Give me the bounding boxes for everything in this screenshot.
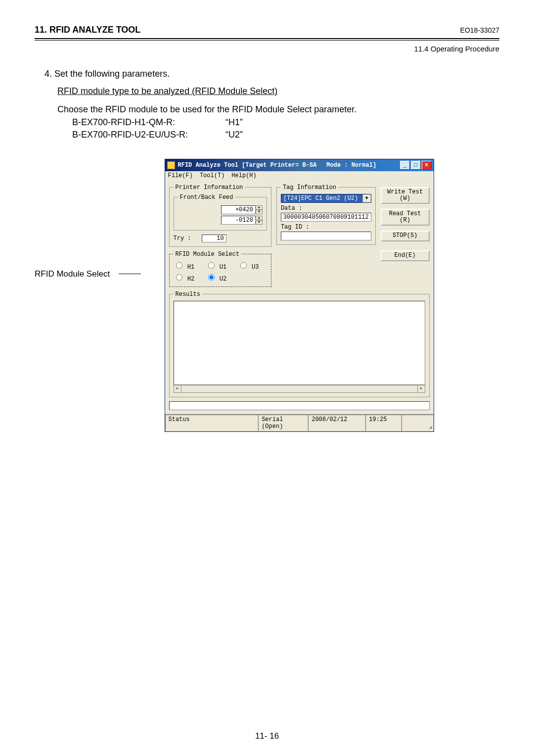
statusbar: Status Serial (Open) 2008/02/12 19:25 ◢ xyxy=(165,414,434,431)
status-text: Status xyxy=(165,415,259,431)
app-window: RFID Analyze Tool [Target Printer= B-SA … xyxy=(165,159,434,432)
results-legend: Results xyxy=(174,291,202,298)
front-feed-down[interactable]: ▼ xyxy=(256,210,263,214)
status-conn: Serial (Open) xyxy=(258,415,308,431)
tag-type-dropdown[interactable]: [T24]EPC C1 Gen2 (U2) xyxy=(281,194,371,203)
radio-u1[interactable]: U1 xyxy=(206,261,235,271)
close-button[interactable]: × xyxy=(422,161,432,170)
rfid-module-select-group: RFID Module Select H1 U1 U3 H2 U2 xyxy=(169,251,271,287)
printer-info-group: Printer Information Front/Back Feed +042… xyxy=(169,184,271,247)
status-time: 19:25 xyxy=(365,415,401,431)
callout-line xyxy=(119,274,141,274)
data-label: Data : xyxy=(281,205,371,212)
titlebar: RFID Analyze Tool [Target Printer= B-SA … xyxy=(165,159,434,171)
menubar: File(F) Tool(T) Help(H) xyxy=(165,171,434,180)
front-back-feed-group: Front/Back Feed +0420 ▲ ▼ -0120 xyxy=(174,194,267,231)
back-feed-input[interactable]: -0120 xyxy=(221,216,256,225)
try-input[interactable]: 10 xyxy=(202,235,226,242)
results-group: Results < > xyxy=(169,291,430,397)
data-input[interactable]: 300003040506070809101112 xyxy=(281,213,371,222)
window-title: RFID Analyze Tool [Target Printer= B-SA xyxy=(178,162,317,169)
radio-u2[interactable]: U2 xyxy=(206,273,235,283)
page-number: 11- 16 xyxy=(0,731,534,741)
results-textarea[interactable] xyxy=(174,301,425,385)
try-label: Try : xyxy=(174,235,198,242)
maximize-button[interactable]: □ xyxy=(411,161,421,170)
back-feed-down[interactable]: ▼ xyxy=(256,220,263,225)
module-val-0: “H1” xyxy=(225,116,243,129)
status-date: 2008/02/12 xyxy=(308,415,365,431)
step-text: 4. Set the following parameters. xyxy=(44,68,499,80)
end-button[interactable]: End(E) xyxy=(381,250,430,261)
resize-grip-icon[interactable]: ◢ xyxy=(429,424,432,430)
front-back-feed-legend: Front/Back Feed xyxy=(178,194,235,201)
doc-code: EO18-33027 xyxy=(460,26,499,34)
tagid-label: Tag ID : xyxy=(281,224,371,231)
menu-file[interactable]: File(F) xyxy=(168,172,193,179)
window-mode: Mode : Normal] xyxy=(326,162,376,169)
section-underline: RFID module type to be analyzed (RFID Mo… xyxy=(57,85,499,97)
menu-tool[interactable]: Tool(T) xyxy=(200,172,224,179)
doc-title: 11. RFID ANALYZE TOOL xyxy=(35,25,140,35)
message-box xyxy=(169,401,430,410)
stop-button[interactable]: STOP(S) xyxy=(381,231,430,241)
callout-label: RFID Module Select xyxy=(35,269,110,279)
front-feed-up[interactable]: ▲ xyxy=(256,205,263,210)
module-val-1: “U2” xyxy=(225,129,243,141)
back-feed-up[interactable]: ▲ xyxy=(256,216,263,220)
radio-h1[interactable]: H1 xyxy=(174,261,203,271)
minimize-button[interactable]: _ xyxy=(400,161,410,170)
tag-info-group: Tag Information [T24]EPC C1 Gen2 (U2) Da… xyxy=(276,184,376,245)
module-name-0: B-EX700-RFID-H1-QM-R: xyxy=(72,116,225,129)
menu-help[interactable]: Help(H) xyxy=(231,172,256,179)
read-test-button[interactable]: Read Test (R) xyxy=(381,209,430,226)
scroll-left-icon[interactable]: < xyxy=(174,385,181,393)
subheader: 11.4 Operating Procedure xyxy=(35,45,499,53)
write-test-button[interactable]: Write Test (W) xyxy=(381,187,430,204)
tagid-input[interactable] xyxy=(281,232,371,240)
radio-u3[interactable]: U3 xyxy=(238,261,267,271)
choose-text: Choose the RFID module to be used for th… xyxy=(57,103,499,116)
rfid-module-select-legend: RFID Module Select xyxy=(174,251,242,258)
radio-h2[interactable]: H2 xyxy=(174,273,203,283)
app-icon xyxy=(167,161,175,169)
front-feed-input[interactable]: +0420 xyxy=(221,205,256,214)
module-name-1: B-EX700-RFID-U2-EU/US-R: xyxy=(72,129,225,141)
tag-info-legend: Tag Information xyxy=(281,184,338,191)
scroll-right-icon[interactable]: > xyxy=(417,385,425,393)
results-hscroll[interactable]: < > xyxy=(174,385,425,393)
printer-info-legend: Printer Information xyxy=(174,184,245,191)
